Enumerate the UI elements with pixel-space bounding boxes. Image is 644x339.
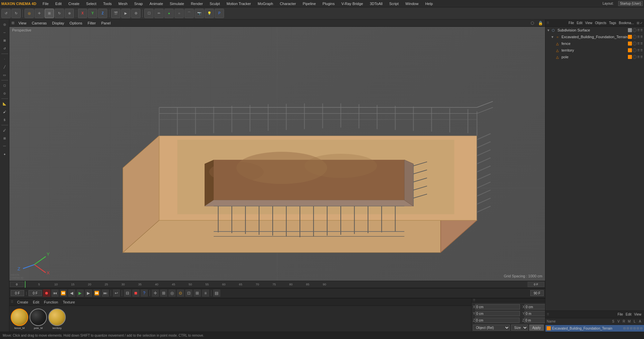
key-btn[interactable]: ≡ — [202, 289, 209, 297]
3d-viewport[interactable]: X Y Z Perspective Grid Spacing : 1000 cm… — [9, 27, 545, 281]
light-btn[interactable]: 💡 — [205, 9, 214, 18]
lt-dollar[interactable]: $ — [1, 116, 8, 124]
edit-render-settings[interactable]: ⚙ — [131, 9, 141, 18]
menu-script[interactable]: Script — [387, 1, 400, 6]
sy-input[interactable] — [525, 311, 545, 316]
attr-a-icon[interactable]: ⊟ — [640, 327, 643, 330]
menu-character[interactable]: Character — [278, 1, 298, 6]
tree-item-territory[interactable]: △ territory ⠿ ⠿ — [545, 47, 644, 54]
python-btn[interactable]: P — [215, 9, 224, 18]
texture-btn[interactable]: Texture — [62, 300, 76, 304]
cam-lock-btn[interactable]: ⊙ — [177, 289, 184, 297]
material-item-territory[interactable]: territory — [48, 309, 66, 330]
tree-item-fence[interactable]: △ fence ⠿ ⠿ — [545, 40, 644, 47]
menu-mograph[interactable]: MoGraph — [256, 1, 275, 6]
x-axis-btn[interactable]: X — [78, 9, 87, 18]
options-menu-btn[interactable]: Options — [68, 21, 84, 25]
loop-btn[interactable]: ↩ — [113, 289, 120, 297]
lt-polygons[interactable]: ▭ — [1, 71, 8, 79]
transform-button[interactable]: ⊕ — [65, 9, 74, 18]
mat-edit-btn[interactable]: Edit — [32, 300, 40, 304]
menu-motion-tracker[interactable]: Motion Tracker — [225, 1, 253, 6]
pole-material-thumb[interactable] — [30, 309, 47, 326]
menu-plugins[interactable]: Plugins — [321, 1, 336, 6]
obj-mgr-edit[interactable]: Edit — [575, 21, 584, 25]
lt-rotate[interactable]: ↺ — [1, 45, 8, 52]
menu-file[interactable]: File — [41, 1, 50, 6]
menu-animate[interactable]: Animate — [148, 1, 165, 6]
fence-material-thumb[interactable] — [11, 309, 28, 326]
function-btn[interactable]: Function — [43, 300, 59, 304]
green-btn[interactable]: ● — [164, 9, 174, 18]
obj-mgr-bookmarks[interactable]: Bookma... — [618, 21, 635, 25]
tree-item-excavated[interactable]: ▼ ○ Excavated_Building_Foundation_Terrai… — [545, 33, 644, 40]
viewport-lock-btn[interactable]: 🔒 — [538, 21, 543, 25]
menu-select[interactable]: Select — [85, 1, 98, 6]
render-active-view[interactable]: ▶ — [121, 9, 130, 18]
lt-points[interactable]: · — [1, 55, 8, 63]
pole-vis[interactable] — [633, 55, 637, 59]
x-pos-input[interactable] — [475, 304, 520, 310]
lt-paint[interactable]: 🖌 — [1, 108, 8, 116]
attr-obj-excavated[interactable]: Excavated_Building_Foundation_Terrain ⊟ … — [545, 325, 644, 332]
end-frame-input[interactable] — [530, 290, 544, 296]
subdiv-vis[interactable] — [633, 28, 637, 32]
circle-btn[interactable]: ○ — [174, 9, 184, 18]
prev-key-btn[interactable]: ⏪ — [60, 289, 67, 297]
attr-r-icon[interactable]: ⊟ — [630, 327, 633, 330]
fence-vis[interactable] — [633, 42, 637, 46]
y-axis-btn[interactable]: Y — [88, 9, 97, 18]
menu-create[interactable]: Create — [67, 1, 81, 6]
lt-move[interactable]: ↔ — [1, 29, 8, 36]
lt-terrain[interactable]: 〰 — [1, 143, 8, 150]
sz-input[interactable] — [524, 318, 545, 323]
viewport-expand-btn[interactable]: ⬡ — [531, 21, 534, 25]
z-pos-input[interactable] — [475, 318, 520, 323]
obj-mgr-objects[interactable]: Objects — [594, 21, 608, 25]
scale-button[interactable]: ⊞ — [45, 9, 54, 18]
go-start-btn[interactable]: ⏮ — [51, 289, 59, 297]
next-frame-btn[interactable]: ▶ — [85, 289, 92, 297]
play-btn[interactable]: ▶ — [76, 289, 84, 297]
grid-btn[interactable]: ⊞ — [194, 289, 201, 297]
stop-record-btn[interactable]: ⏹ — [132, 289, 140, 297]
move-button[interactable]: ✛ — [35, 9, 44, 18]
apply-button[interactable]: Apply — [529, 325, 544, 331]
cameras-menu-btn[interactable]: Cameras — [31, 21, 48, 25]
sidebar-toggle-btn[interactable]: ▤ — [213, 289, 220, 297]
lt-extra[interactable]: ✦ — [1, 151, 8, 158]
go-end-btn[interactable]: ⏭ — [102, 289, 109, 297]
menu-window[interactable]: Window — [404, 1, 420, 6]
redo-button[interactable]: ↻ — [11, 9, 21, 18]
size-mode-select[interactable]: Size Scale — [511, 325, 528, 331]
menu-mesh[interactable]: Mesh — [117, 1, 129, 6]
timeline-ticks[interactable]: 5 10 15 20 25 30 35 40 45 50 55 60 65 70 — [25, 281, 528, 288]
tree-item-pole[interactable]: △ pole ⠿ ⠿ — [545, 54, 644, 60]
menu-snap[interactable]: Snap — [132, 1, 145, 6]
next-key-btn[interactable]: ⏩ — [93, 289, 101, 297]
render-to-pic-viewer[interactable]: 🎬 — [111, 9, 120, 18]
menu-simulate[interactable]: Simulate — [168, 1, 186, 6]
current-frame-input[interactable] — [29, 290, 42, 296]
record-btn[interactable]: ⏺ — [43, 289, 50, 297]
view-menu-btn[interactable]: View — [17, 21, 28, 25]
lt-grid[interactable]: ⊞ — [1, 135, 8, 142]
sx-input[interactable] — [525, 304, 545, 310]
lt-selection[interactable]: ◎ — [1, 21, 8, 28]
attr-view[interactable]: View — [633, 313, 643, 316]
attr-edit[interactable]: Edit — [624, 313, 633, 316]
menu-tools[interactable]: Tools — [101, 1, 113, 6]
question-btn[interactable]: ? — [141, 289, 148, 297]
expand-icon[interactable]: ⊞ — [11, 21, 14, 25]
display-menu-btn[interactable]: Display — [51, 21, 65, 25]
render-btn[interactable]: ◎ — [168, 289, 176, 297]
object-mode-btn[interactable]: ⊟ — [124, 289, 131, 297]
snap2-btn[interactable]: ⊞ — [160, 289, 167, 297]
lt-scale[interactable]: ⊠ — [1, 37, 8, 44]
obj-mgr-tags[interactable]: Tags — [608, 21, 618, 25]
paint-btn[interactable]: ✏ — [154, 9, 164, 18]
create-btn[interactable]: Create — [16, 300, 29, 304]
snap-btn[interactable]: ✛ — [152, 289, 159, 297]
obj-mgr-view[interactable]: View — [584, 21, 594, 25]
menu-edit[interactable]: Edit — [54, 1, 63, 6]
